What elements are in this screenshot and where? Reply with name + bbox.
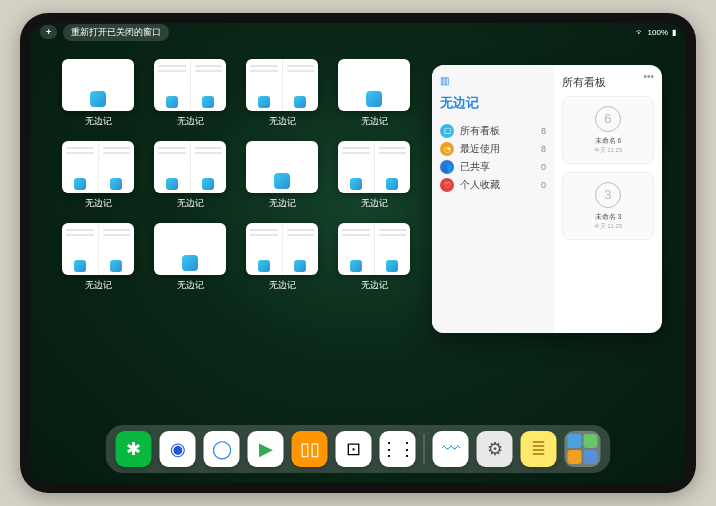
window-thumbnail[interactable]: 无边记 [152,223,228,295]
battery-icon: ▮ [672,28,676,37]
content: 无边记无边记无边记无边记无边记无边记无边记无边记无边记无边记无边记无边记 •••… [60,59,662,423]
thumbnail-preview [338,59,410,111]
thumbnail-label: 无边记 [85,279,112,292]
category-label: 个人收藏 [460,178,500,192]
window-thumbnail[interactable]: 无边记 [60,141,136,213]
board-card[interactable]: 3未命名 3今天 11:25 [562,172,654,240]
category-count: 0 [541,180,546,190]
dock-recent-notes[interactable]: ≣ [521,431,557,467]
dock-app-play-store[interactable]: ▶ [248,431,284,467]
board-sketch-icon: 6 [595,106,621,132]
window-grid: 无边记无边记无边记无边记无边记无边记无边记无边记无边记无边记无边记无边记 [60,59,412,423]
window-thumbnail[interactable]: 无边记 [244,223,320,295]
thumbnail-preview [62,141,134,193]
window-thumbnail[interactable]: 无边记 [336,223,412,295]
window-thumbnail[interactable]: 无边记 [152,141,228,213]
board-name: 未命名 3 [595,212,622,222]
board-time: 今天 11:25 [594,222,623,231]
dock-app-qq-browser[interactable]: ◯ [204,431,240,467]
dock-recent-settings[interactable]: ⚙ [477,431,513,467]
category-label: 已共享 [460,160,490,174]
popup-right-title: 所有看板 [562,75,654,90]
thumbnail-preview [338,223,410,275]
window-thumbnail[interactable]: 无边记 [60,59,136,131]
dock-recent-freeform[interactable]: 〰 [433,431,469,467]
more-icon[interactable]: ••• [643,71,654,82]
category-icon: ♡ [440,178,454,192]
thumbnail-preview [62,223,134,275]
category-count: 0 [541,162,546,172]
dock-app-library[interactable] [565,431,601,467]
thumbnail-preview [154,223,226,275]
status-left: + 重新打开已关闭的窗口 [40,24,169,41]
board-time: 今天 11:25 [594,146,623,155]
category-icon: ☐ [440,124,454,138]
board-sketch-icon: 3 [595,182,621,208]
thumbnail-label: 无边记 [361,115,388,128]
category-label: 所有看板 [460,124,500,138]
window-thumbnail[interactable]: 无边记 [152,59,228,131]
freeform-popup: ••• ▥ 无边记 ☐所有看板8◔最近使用8👥已共享0♡个人收藏0 所有看板 6… [432,65,662,333]
thumbnail-label: 无边记 [361,197,388,210]
dock-app-books[interactable]: ▯▯ [292,431,328,467]
thumbnail-preview [62,59,134,111]
battery-label: 100% [648,28,668,37]
thumbnail-label: 无边记 [85,197,112,210]
thumbnail-label: 无边记 [85,115,112,128]
dock-app-browser-blue[interactable]: ◉ [160,431,196,467]
category-icon: 👥 [440,160,454,174]
thumbnail-label: 无边记 [269,279,296,292]
thumbnail-preview [154,141,226,193]
popup-main: 所有看板 6未命名 6今天 11:253未命名 3今天 11:25 [554,65,662,333]
thumbnail-label: 无边记 [269,115,296,128]
dock-app-dice[interactable]: ⊡ [336,431,372,467]
sidebar-item[interactable]: 👥已共享0 [440,158,546,176]
thumbnail-preview [246,141,318,193]
window-thumbnail[interactable]: 无边记 [336,141,412,213]
window-thumbnail[interactable]: 无边记 [244,59,320,131]
dock: ✱◉◯▶▯▯⊡⋮⋮〰⚙≣ [106,425,611,473]
dock-app-nodes[interactable]: ⋮⋮ [380,431,416,467]
dock-app-wechat[interactable]: ✱ [116,431,152,467]
thumbnail-label: 无边记 [361,279,388,292]
window-thumbnail[interactable]: 无边记 [336,59,412,131]
sidebar-item[interactable]: ♡个人收藏0 [440,176,546,194]
status-right: ᯤ 100% ▮ [636,28,676,37]
thumbnail-label: 无边记 [177,115,204,128]
sidebar-header: ▥ [440,75,546,86]
dock-separator [424,434,425,464]
category-count: 8 [541,144,546,154]
new-window-button[interactable]: + [40,25,57,39]
category-icon: ◔ [440,142,454,156]
sidebar-item[interactable]: ☐所有看板8 [440,122,546,140]
sidebar-toggle-icon[interactable]: ▥ [440,75,449,86]
thumbnail-preview [154,59,226,111]
category-label: 最近使用 [460,142,500,156]
reopen-closed-window-button[interactable]: 重新打开已关闭的窗口 [63,24,169,41]
thumbnail-preview [338,141,410,193]
board-card[interactable]: 6未命名 6今天 11:25 [562,96,654,164]
wifi-icon: ᯤ [636,28,644,37]
sidebar-item[interactable]: ◔最近使用8 [440,140,546,158]
ipad-frame: + 重新打开已关闭的窗口 ᯤ 100% ▮ 无边记无边记无边记无边记无边记无边记… [20,13,696,493]
window-thumbnail[interactable]: 无边记 [60,223,136,295]
thumbnail-label: 无边记 [177,197,204,210]
thumbnail-preview [246,59,318,111]
popup-sidebar: ▥ 无边记 ☐所有看板8◔最近使用8👥已共享0♡个人收藏0 [432,65,554,333]
status-bar: + 重新打开已关闭的窗口 ᯤ 100% ▮ [30,23,686,41]
screen: + 重新打开已关闭的窗口 ᯤ 100% ▮ 无边记无边记无边记无边记无边记无边记… [30,23,686,483]
category-count: 8 [541,126,546,136]
thumbnail-label: 无边记 [177,279,204,292]
thumbnail-preview [246,223,318,275]
popup-app-title: 无边记 [440,94,546,112]
board-name: 未命名 6 [595,136,622,146]
window-thumbnail[interactable]: 无边记 [244,141,320,213]
thumbnail-label: 无边记 [269,197,296,210]
